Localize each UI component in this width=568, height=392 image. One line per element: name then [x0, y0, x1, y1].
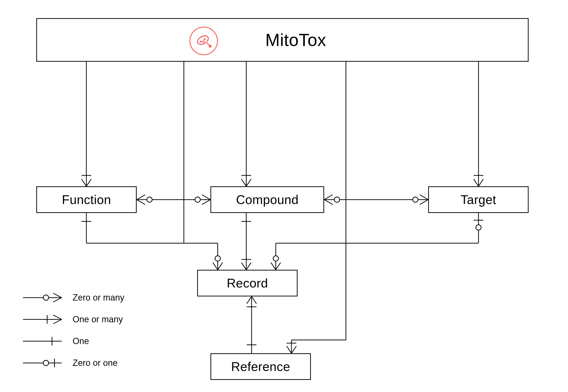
svg-point-28	[195, 197, 200, 202]
svg-line-31	[324, 200, 333, 204]
svg-line-41	[218, 263, 222, 270]
svg-line-34	[420, 200, 428, 204]
svg-point-56	[273, 256, 278, 261]
svg-line-9	[241, 179, 246, 186]
svg-line-26	[202, 195, 210, 200]
legend-one-or-many: One or many	[23, 308, 124, 330]
svg-point-53	[476, 225, 481, 230]
svg-line-55	[276, 263, 281, 270]
svg-point-73	[43, 360, 49, 366]
entity-function-label: Function	[62, 192, 111, 207]
svg-line-64	[53, 293, 62, 298]
svg-line-4	[82, 179, 86, 186]
entity-reference-label: Reference	[231, 359, 290, 374]
svg-line-23	[137, 195, 145, 200]
entity-function: Function	[36, 186, 137, 213]
svg-point-25	[147, 197, 152, 202]
entity-compound-label: Compound	[236, 192, 299, 207]
svg-point-35	[413, 197, 418, 202]
svg-line-10	[246, 179, 251, 186]
legend-one-label: One	[73, 336, 89, 346]
svg-line-19	[474, 179, 479, 186]
svg-line-68	[53, 315, 62, 319]
svg-line-46	[241, 263, 246, 270]
entity-record-label: Record	[227, 276, 268, 290]
entity-record: Record	[197, 270, 298, 296]
svg-line-58	[247, 296, 251, 304]
diagram-title: MitoTox	[265, 30, 326, 50]
legend-zero-or-many: Zero or many	[23, 287, 124, 308]
svg-line-30	[324, 195, 333, 200]
svg-line-59	[251, 296, 256, 304]
svg-line-47	[246, 263, 251, 270]
svg-line-69	[53, 319, 62, 324]
legend: Zero or many One or many One	[23, 287, 124, 374]
entity-reference: Reference	[210, 353, 311, 380]
svg-line-15	[287, 346, 291, 353]
svg-line-33	[420, 195, 428, 200]
svg-line-24	[137, 200, 145, 204]
entity-target-label: Target	[461, 192, 496, 207]
svg-line-65	[53, 298, 62, 302]
legend-zero-or-many-label: Zero or many	[73, 293, 124, 303]
svg-point-42	[215, 256, 220, 261]
mitochondrion-icon	[189, 27, 218, 55]
entity-compound: Compound	[210, 186, 324, 213]
svg-point-63	[43, 295, 49, 300]
svg-line-16	[291, 346, 296, 353]
svg-line-40	[213, 263, 218, 270]
svg-point-32	[334, 197, 340, 202]
legend-one-or-many-label: One or many	[73, 314, 123, 324]
mitotox-title-box: MitoTox	[36, 18, 528, 62]
svg-line-27	[202, 200, 210, 204]
svg-line-54	[271, 263, 276, 270]
svg-line-20	[479, 179, 483, 186]
legend-zero-or-one: Zero or one	[23, 352, 124, 374]
entity-target: Target	[428, 186, 528, 213]
svg-line-5	[86, 179, 91, 186]
svg-point-2	[209, 45, 211, 47]
legend-zero-or-one-label: Zero or one	[73, 358, 118, 368]
legend-one: One	[23, 330, 124, 352]
